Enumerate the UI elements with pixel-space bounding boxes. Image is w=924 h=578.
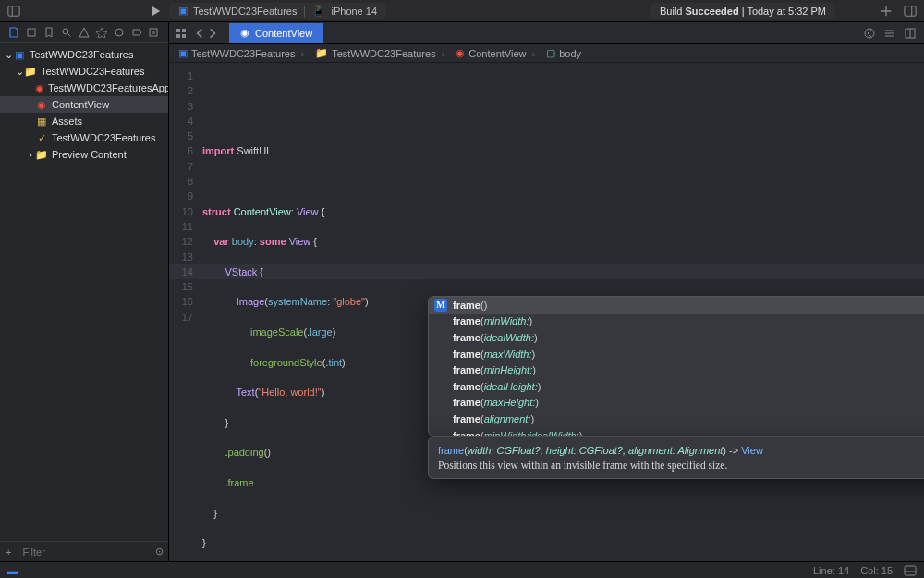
device-icon: 📱 [312, 5, 325, 17]
svg-rect-4 [28, 29, 35, 36]
svg-rect-0 [8, 6, 19, 16]
nav-back-button[interactable] [193, 27, 206, 40]
autocomplete-item[interactable]: frame(minHeight:) [429, 362, 924, 378]
report-nav-icon[interactable] [148, 27, 159, 38]
folder-icon: 📁 [24, 65, 37, 78]
library-button[interactable] [904, 5, 917, 18]
folder-icon: 📁 [315, 47, 328, 59]
recent-filter-icon[interactable]: ⊙ [155, 546, 164, 558]
nav-forward-button[interactable] [206, 27, 219, 40]
scheme-selector[interactable]: ▣TestWWDC23Features 📱iPhone 14 [169, 3, 386, 19]
entitlements-icon: ✓ [35, 131, 48, 144]
tree-assets[interactable]: ▦Assets [0, 113, 168, 129]
assets-icon: ▦ [35, 115, 48, 128]
related-items-icon[interactable] [175, 27, 188, 40]
source-editor: ◉ ContentView ▣TestWWDC23Features 📁TestW… [169, 22, 924, 561]
svg-point-5 [63, 29, 68, 34]
autocomplete-item[interactable]: frame(maxWidth:) [429, 346, 924, 363]
swift-icon: ◉ [240, 27, 249, 39]
signature-text: frame(width: CGFloat?, height: CGFloat?,… [438, 445, 924, 456]
description-text: Positions this view within an invisible … [438, 460, 924, 471]
svg-point-6 [116, 29, 123, 36]
tree-file-app[interactable]: ◉TestWWDC23FeaturesApp [0, 80, 168, 96]
autocomplete-item[interactable]: frame(minWidth:idealWidth:) [429, 427, 924, 436]
autocomplete-popup[interactable]: ⌄ Mframe()frame(minWidth:)frame(idealWid… [428, 296, 924, 437]
autocomplete-item[interactable]: Mframe() [429, 297, 924, 314]
adjust-editor-icon[interactable] [883, 27, 896, 40]
svg-rect-9 [182, 29, 186, 32]
breakpoint-nav-icon[interactable] [131, 27, 142, 38]
autocomplete-detail-popup: frame(width: CGFloat?, height: CGFloat?,… [428, 437, 924, 479]
line-gutter: 1234567891011121314151617 [169, 63, 199, 325]
folder-icon: 📁 [35, 148, 48, 161]
target-icon: ▣ [178, 5, 188, 17]
find-nav-icon[interactable] [61, 27, 72, 38]
tree-preview[interactable]: ›📁Preview Content [0, 146, 168, 163]
swift-icon: ◉ [35, 81, 44, 94]
project-navigator: ⌄▣TestWWDC23Features ⌄📁TestWWDC23Feature… [0, 22, 169, 561]
navigator-tab-bar [0, 22, 168, 43]
svg-rect-10 [176, 34, 180, 38]
add-file-button[interactable]: + [6, 547, 11, 558]
autocomplete-item[interactable]: frame(maxHeight:) [429, 395, 924, 412]
add-button[interactable] [880, 5, 893, 18]
svg-rect-14 [905, 566, 916, 575]
tree-plist[interactable]: ✓TestWWDC23Features [0, 129, 168, 146]
debug-nav-icon[interactable] [114, 27, 125, 38]
tree-folder[interactable]: ⌄📁TestWWDC23Features [0, 63, 168, 80]
svg-rect-2 [905, 6, 916, 16]
bookmark-nav-icon[interactable] [43, 27, 55, 38]
editor-tab-contentview[interactable]: ◉ ContentView [229, 23, 323, 43]
sidebar-toggle-icon[interactable] [7, 5, 20, 18]
cursor-col: Col: 15 [860, 565, 893, 576]
tree-root[interactable]: ⌄▣TestWWDC23Features [0, 46, 168, 63]
autocomplete-item[interactable]: frame(alignment:) [429, 411, 924, 427]
autocomplete-item[interactable]: frame(minWidth:) [429, 314, 924, 330]
autocomplete-item[interactable]: frame(idealHeight:) [429, 378, 924, 395]
editor-toolbar: ◉ ContentView [169, 22, 924, 44]
test-nav-icon[interactable] [96, 27, 107, 38]
editor-options-icon[interactable] [863, 27, 876, 40]
tree-file-contentview[interactable]: ◉ContentView [0, 96, 168, 113]
method-badge-icon: M [434, 299, 447, 312]
filter-input[interactable] [22, 547, 150, 558]
jump-bar[interactable]: ▣TestWWDC23Features 📁TestWWDC23Features … [169, 44, 924, 63]
activity-status[interactable]: Build Succeeded | Today at 5:32 PM [650, 3, 835, 19]
svg-rect-11 [182, 34, 186, 38]
project-nav-icon[interactable] [8, 27, 19, 38]
navigator-filter-bar: + ⊙ [0, 541, 168, 561]
svg-rect-7 [150, 29, 157, 36]
source-control-nav-icon[interactable] [26, 27, 37, 38]
xcodeproj-icon: ▣ [13, 48, 26, 61]
autocomplete-item[interactable]: frame(idealWidth:) [429, 329, 924, 346]
status-bar: ▬ Line: 14 Col: 15 [0, 561, 924, 578]
swift-icon: ◉ [35, 98, 48, 111]
run-button[interactable] [149, 5, 162, 18]
issue-nav-icon[interactable] [79, 27, 90, 38]
debug-indicator-icon[interactable]: ▬ [7, 565, 18, 576]
bottom-panel-icon[interactable] [904, 564, 917, 577]
xcodeproj-icon: ▣ [178, 47, 188, 59]
add-editor-icon[interactable] [904, 27, 917, 40]
cursor-line: Line: 14 [813, 565, 849, 576]
swift-icon: ◉ [456, 47, 465, 59]
project-tree[interactable]: ⌄▣TestWWDC23Features ⌄📁TestWWDC23Feature… [0, 43, 168, 541]
editor-tab-bar: ◉ ContentView [225, 23, 323, 43]
property-icon: ▢ [546, 47, 555, 59]
svg-rect-8 [176, 29, 180, 32]
window-toolbar: ▣TestWWDC23Features 📱iPhone 14 Build Suc… [0, 0, 924, 22]
